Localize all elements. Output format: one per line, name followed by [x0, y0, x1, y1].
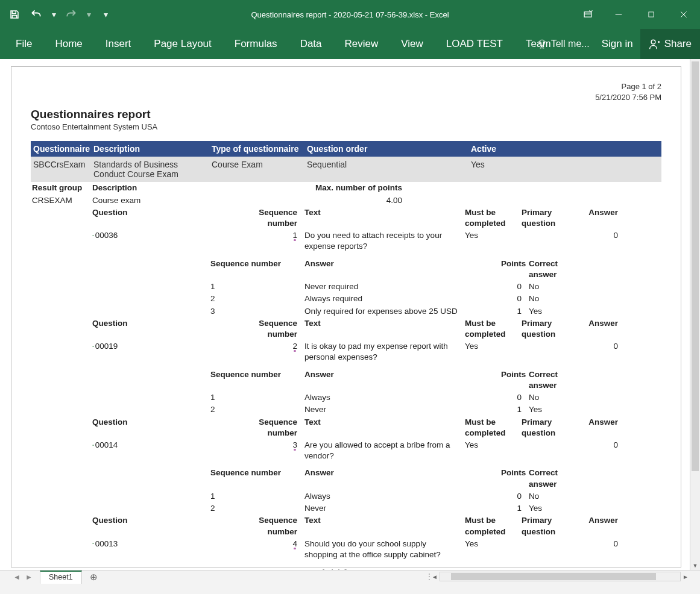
horizontal-scrollbar[interactable]: [440, 572, 681, 581]
answer-header-row: Sequence numberAnswerPointsCorrect answe…: [31, 467, 661, 490]
question-text: Are you allowed to accept a bribe from a…: [301, 439, 464, 462]
tab-formulas[interactable]: Formulas: [232, 34, 280, 54]
close-button[interactable]: [667, 0, 700, 29]
share-button[interactable]: Share: [640, 29, 700, 59]
question-header-row: QuestionSequence numberTextMust be compl…: [31, 207, 661, 230]
ahdr-correct: Correct answer: [525, 467, 585, 490]
qhdr-question: Question: [91, 416, 238, 439]
answer-points: 0: [500, 293, 525, 305]
resultgroup-header: Result group Description Max. number of …: [31, 182, 661, 194]
quick-access-toolbar: ▾ ▾ ▾: [0, 7, 109, 22]
answer-points: 0: [500, 281, 525, 293]
vertical-scroll-thumb[interactable]: [692, 61, 699, 471]
question-answer: 0: [587, 439, 622, 462]
tab-insert[interactable]: Insert: [103, 34, 134, 54]
print-page: Page 1 of 2 5/21/2020 7:56 PM Questionna…: [11, 66, 681, 567]
report-grid: Questionnaire Description Type of questi…: [31, 141, 661, 561]
question-must: Yes: [464, 439, 520, 462]
hdr-active: Active: [468, 141, 661, 157]
sheet-prev-icon[interactable]: ◄: [12, 572, 22, 582]
answer-points: 0: [500, 392, 525, 404]
tab-page-layout[interactable]: Page Layout: [151, 34, 213, 54]
scroll-down-icon[interactable]: ▼: [690, 561, 700, 570]
rg-desc: Course exam: [91, 195, 209, 207]
answer-correct: No: [525, 293, 585, 305]
qhdr-answer: Answer: [587, 317, 622, 340]
rg-hdr-resgrp: Result group: [31, 182, 91, 194]
ribbon-display-options-icon[interactable]: [573, 0, 602, 29]
sign-in-button[interactable]: Sign in: [594, 38, 640, 50]
tab-load-test[interactable]: LOAD TEST: [444, 34, 505, 54]
answer-correct: No: [525, 281, 585, 293]
hscroll-right-icon[interactable]: ►: [681, 574, 690, 580]
q-order: Sequential: [304, 157, 468, 182]
q-id: SBCCrsExam: [31, 157, 91, 182]
answer-text: Always: [303, 490, 500, 502]
qhdr-primary: Primary question: [520, 207, 587, 230]
qhdr-seq: Sequence number: [238, 416, 301, 439]
question-row: 000192It is okay to pad my expense repor…: [31, 340, 661, 363]
answer-row: 2Always required0No: [31, 293, 661, 305]
qhdr-seq: Sequence number: [238, 514, 301, 537]
rg-code: CRSEXAM: [31, 195, 91, 207]
qhdr-text: Text: [301, 207, 464, 230]
questionnaire-header-row: Questionnaire Description Type of questi…: [31, 141, 661, 157]
qhdr-question: Question: [91, 317, 238, 340]
document-viewport[interactable]: Page 1 of 2 5/21/2020 7:56 PM Questionna…: [0, 59, 690, 570]
answer-row: 1Never required0No: [31, 281, 661, 293]
tell-me-search[interactable]: Tell me...: [532, 39, 594, 49]
maximize-button[interactable]: [635, 0, 667, 29]
sheet-tab-active[interactable]: Sheet1: [40, 571, 82, 584]
ahdr-seq: Sequence number: [209, 258, 303, 281]
q-active: Yes: [468, 157, 661, 182]
question-header-row: QuestionSequence numberTextMust be compl…: [31, 416, 661, 439]
ahdr-points: Points: [500, 258, 525, 281]
tab-data[interactable]: Data: [298, 34, 324, 54]
share-label: Share: [664, 38, 692, 50]
vertical-scrollbar[interactable]: ▲ ▼: [690, 59, 700, 570]
question-row: 000134Should you do your school supply s…: [31, 538, 661, 561]
answer-text: Never required: [303, 281, 500, 293]
qhdr-primary: Primary question: [520, 514, 587, 537]
window-title: Questionnaires report - 2020-05-21 07-56…: [251, 10, 449, 19]
question-code: 00014: [91, 439, 238, 462]
question-header-row: QuestionSequence numberTextMust be compl…: [31, 317, 661, 340]
tab-review[interactable]: Review: [342, 34, 381, 54]
answer-row: 2Never1Yes: [31, 502, 661, 514]
tab-split-handle[interactable]: ⋮: [425, 572, 430, 581]
answer-points: 1: [500, 305, 525, 317]
qhdr-question: Question: [91, 207, 238, 230]
tab-view[interactable]: View: [399, 34, 426, 54]
answer-header-row: Sequence numberAnswerPointsCorrect answe…: [31, 258, 661, 281]
answer-header-row: Sequence numberAnswerPointsCorrect answe…: [31, 369, 661, 392]
hscroll-left-icon[interactable]: ◄: [430, 574, 440, 580]
save-icon[interactable]: [7, 7, 22, 22]
answer-correct: No: [525, 490, 585, 502]
ahdr-correct: Correct answer: [525, 369, 585, 392]
question-code: 00019: [91, 340, 238, 363]
question-row: 000143Are you allowed to accept a bribe …: [31, 439, 661, 462]
undo-dropdown-icon[interactable]: ▾: [51, 10, 57, 19]
undo-icon[interactable]: [29, 7, 43, 22]
window-controls: [573, 0, 700, 29]
minimize-button[interactable]: [602, 0, 635, 29]
rg-hdr-max: Max. number of points: [209, 182, 406, 194]
q-type: Course Exam: [209, 157, 304, 182]
redo-icon[interactable]: [64, 7, 78, 22]
tab-home[interactable]: Home: [52, 34, 84, 54]
page-number: Page 1 of 2: [31, 81, 661, 92]
redo-dropdown-icon[interactable]: ▾: [86, 10, 92, 19]
sheet-nav: ◄ ►: [0, 572, 40, 582]
add-sheet-button[interactable]: ⊕: [87, 571, 101, 584]
question-text: It is okay to pad my expense report with…: [301, 340, 464, 363]
tab-file[interactable]: File: [13, 34, 34, 54]
horizontal-scroll-thumb[interactable]: [451, 573, 656, 580]
customize-qat-icon[interactable]: ▾: [102, 10, 109, 19]
qhdr-primary: Primary question: [520, 416, 587, 439]
sheet-next-icon[interactable]: ►: [24, 572, 34, 582]
report-subtitle: Contoso Entertainment System USA: [31, 122, 661, 131]
answer-correct: Yes: [525, 404, 585, 416]
answer-correct: Yes: [525, 305, 585, 317]
answer-seq: 3: [209, 305, 303, 317]
question-row: 000361Do you need to attach receipts to …: [31, 230, 661, 252]
